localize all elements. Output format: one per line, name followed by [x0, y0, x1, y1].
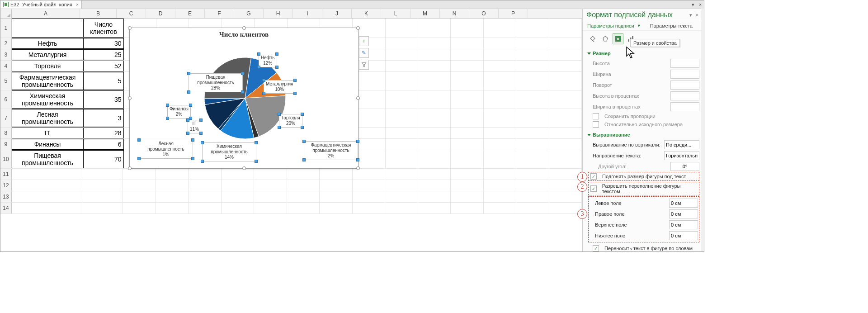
cell[interactable]: [516, 19, 549, 38]
cell[interactable]: [418, 169, 451, 180]
cell[interactable]: [254, 169, 287, 180]
pane-tab-options[interactable]: Параметры подписи: [587, 23, 634, 28]
row-header[interactable]: 4: [0, 61, 12, 71]
cell[interactable]: [516, 203, 549, 213]
column-header[interactable]: O: [469, 9, 499, 18]
right-margin-input[interactable]: [669, 209, 698, 218]
data-label[interactable]: Финансы2%: [167, 105, 191, 119]
cell[interactable]: [418, 191, 451, 202]
row-header[interactable]: 12: [0, 180, 12, 191]
size-height-input[interactable]: [670, 59, 699, 68]
cell[interactable]: [516, 61, 549, 71]
resize-handle[interactable]: [128, 26, 132, 30]
data-label[interactable]: Нефть12%: [259, 54, 277, 67]
cell[interactable]: [123, 203, 156, 213]
cell[interactable]: [222, 203, 255, 213]
cell[interactable]: [549, 19, 582, 38]
cell[interactable]: [549, 109, 582, 127]
data-label[interactable]: Фармацевтическая промышленность2%: [304, 141, 358, 160]
row-header[interactable]: 13: [0, 191, 12, 202]
cell[interactable]: [451, 150, 483, 168]
cell[interactable]: [484, 150, 516, 168]
cell[interactable]: [189, 191, 222, 202]
cell[interactable]: [451, 203, 484, 213]
cell[interactable]: [516, 90, 549, 109]
cell[interactable]: 3: [83, 109, 123, 127]
cell[interactable]: [12, 203, 83, 213]
chart-title[interactable]: Число клиентов: [130, 31, 358, 38]
cell[interactable]: [222, 169, 255, 180]
cell[interactable]: [156, 191, 189, 202]
cell[interactable]: [83, 191, 123, 202]
cell[interactable]: [385, 169, 418, 180]
column-header[interactable]: B: [80, 9, 117, 18]
column-header[interactable]: H: [264, 9, 293, 18]
cell[interactable]: [484, 61, 516, 71]
cell[interactable]: [549, 169, 582, 180]
cell[interactable]: [484, 72, 516, 90]
row-header[interactable]: 2: [0, 38, 12, 49]
column-header[interactable]: L: [381, 9, 410, 18]
cell[interactable]: [484, 169, 517, 180]
cell[interactable]: [549, 150, 582, 168]
row-header[interactable]: 8: [0, 128, 12, 138]
column-header[interactable]: I: [293, 9, 322, 18]
cell[interactable]: [484, 90, 516, 109]
cell[interactable]: [549, 72, 582, 90]
cell[interactable]: [549, 38, 582, 49]
textdir-select[interactable]: [664, 151, 699, 160]
cell[interactable]: [386, 49, 418, 60]
cell[interactable]: [386, 72, 418, 90]
left-margin-input[interactable]: [669, 199, 698, 208]
scrollbar[interactable]: [701, 9, 704, 251]
row-header[interactable]: 14: [0, 203, 12, 213]
cell[interactable]: [484, 49, 516, 60]
column-header[interactable]: G: [234, 9, 264, 18]
cell[interactable]: [484, 139, 516, 150]
wrap-checkbox[interactable]: ✓: [593, 245, 599, 251]
tabs-dropdown-icon[interactable]: ▾: [689, 2, 697, 8]
size-width-input[interactable]: [670, 70, 699, 79]
row-header[interactable]: 9: [0, 139, 12, 150]
cell[interactable]: [287, 191, 320, 202]
top-margin-input[interactable]: [669, 220, 698, 229]
cell[interactable]: IT: [12, 128, 84, 138]
cell[interactable]: [418, 150, 451, 168]
cell[interactable]: [418, 38, 451, 49]
cell[interactable]: [123, 169, 156, 180]
cell[interactable]: [386, 139, 418, 150]
chart-styles-button[interactable]: ✎: [359, 48, 369, 58]
close-tab-icon[interactable]: ×: [76, 2, 79, 7]
cell[interactable]: [516, 38, 549, 49]
cell[interactable]: [484, 191, 517, 202]
chart-plot-area[interactable]: Нефть12%Металлургия10%Торговля20%Фармаце…: [130, 39, 358, 166]
cell[interactable]: [549, 128, 582, 138]
cell[interactable]: [12, 191, 83, 202]
cell[interactable]: [484, 19, 516, 38]
column-header[interactable]: P: [499, 9, 528, 18]
cell[interactable]: [516, 139, 549, 150]
cell[interactable]: [418, 49, 451, 60]
cell[interactable]: [386, 38, 418, 49]
size-height-pct-input[interactable]: [670, 91, 699, 100]
cell[interactable]: [386, 61, 418, 71]
angle-input[interactable]: [670, 162, 699, 171]
effects-icon[interactable]: [600, 33, 611, 44]
cell[interactable]: [353, 180, 386, 191]
file-tab[interactable]: E32_Учебный файл_копия ×: [0, 0, 82, 9]
grid[interactable]: + ✎ Число клиентов Нефть12%Металлургия10…: [0, 19, 582, 251]
cell[interactable]: Пищевая промышленность: [12, 150, 84, 168]
cell[interactable]: Химическая промышленность: [12, 90, 84, 109]
column-header[interactable]: D: [146, 9, 175, 18]
section-align-header[interactable]: Выравнивание: [587, 132, 699, 138]
data-label[interactable]: Пищевая промышленность28%: [189, 73, 243, 92]
cell[interactable]: [549, 191, 582, 202]
column-header[interactable]: K: [352, 9, 381, 18]
cell[interactable]: [353, 203, 386, 213]
fill-icon[interactable]: [587, 33, 598, 44]
cell[interactable]: [549, 203, 582, 213]
tabs-close-icon[interactable]: ×: [697, 2, 704, 7]
bottom-margin-input[interactable]: [669, 231, 698, 240]
cell[interactable]: [287, 203, 320, 213]
cell[interactable]: [451, 72, 483, 90]
